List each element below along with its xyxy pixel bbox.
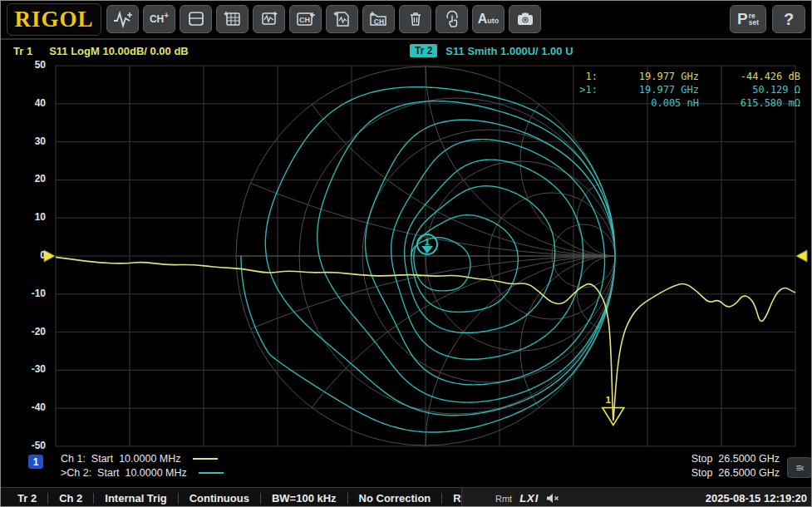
marker-readout-row2: >1:19.977 GHz50.129 Ω	[569, 84, 800, 96]
y-axis-tick: -20	[1, 326, 46, 337]
y-axis-tick: -30	[1, 363, 46, 375]
channel-badge: 1	[28, 455, 43, 469]
y-axis-tick: -50	[1, 440, 46, 451]
status-right-panel: Rmt LXI 2025-08-15 12:19:20	[461, 488, 812, 507]
vna-screen: RIGOL CH+	[0, 0, 812, 507]
trace2-smith	[241, 87, 615, 432]
status-bandwidth[interactable]: BW=100 kHz	[261, 492, 347, 505]
mute-icon[interactable]	[546, 493, 559, 504]
svg-text:1: 1	[425, 237, 430, 247]
y-axis-tick: -40	[1, 401, 46, 413]
status-bar: Tr 2 Ch 2 Internal Trig Continuous BW=10…	[1, 487, 812, 507]
hide-menu-button[interactable]: ≡‹	[787, 457, 812, 478]
trace1-swatch	[193, 458, 218, 460]
marker-readout-row1: 1:19.977 GHz-44.426 dB	[569, 71, 800, 82]
y-axis-tick: 30	[1, 135, 46, 147]
y-axis-tick: 50	[1, 59, 46, 71]
y-axis-tick: 0	[1, 249, 46, 261]
ch2-stop-label[interactable]: Stop 26.5000 GHz	[691, 467, 780, 479]
status-active-trace[interactable]: Tr 2	[1, 492, 47, 505]
ch2-start-label[interactable]: >Ch 2: Start 10.0000 MHz	[61, 467, 224, 479]
y-axis-tick: 20	[1, 173, 46, 185]
datetime: 2025-08-15 12:19:20	[706, 492, 807, 505]
lxi-indicator: LXI	[519, 492, 539, 505]
ch1-stop-label[interactable]: Stop 26.5000 GHz	[691, 453, 780, 465]
status-correction[interactable]: No Correction	[348, 492, 442, 505]
y-axis-tick: -10	[1, 288, 46, 299]
y-axis-tick: 10	[1, 211, 46, 223]
ref-level-triangle-right	[796, 250, 807, 262]
marker1-label: 1	[606, 395, 611, 405]
marker1-smith: 1	[417, 234, 437, 254]
status-trigger-source[interactable]: Internal Trig	[94, 492, 177, 505]
status-active-channel[interactable]: Ch 2	[48, 492, 93, 505]
trace2-swatch	[199, 472, 224, 474]
marker-readout-row3: 0.005 nH615.580 mΩ	[569, 97, 800, 109]
remote-indicator: Rmt	[495, 494, 512, 504]
status-sweep-mode[interactable]: Continuous	[179, 492, 260, 505]
ch1-start-label[interactable]: Ch 1: Start 10.0000 MHz	[61, 453, 218, 465]
y-axis-tick: 40	[1, 97, 46, 109]
